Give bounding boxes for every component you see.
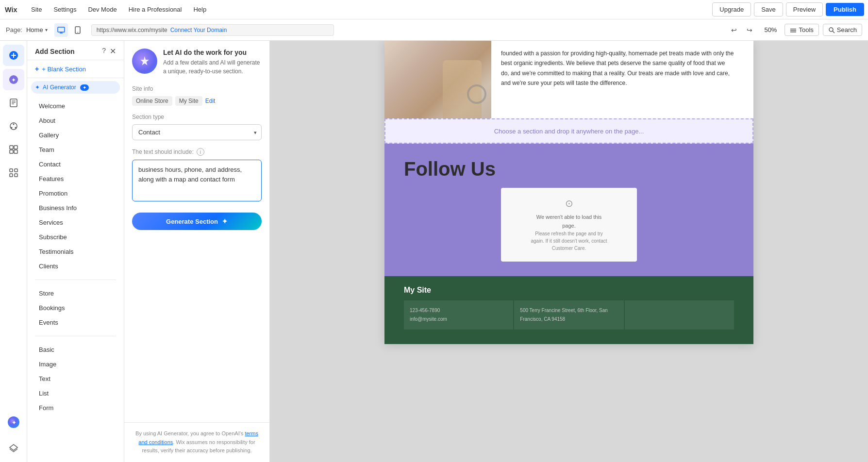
nav-site[interactable]: Site [25,0,48,19]
sidebar-item-image[interactable]: Image [31,357,120,371]
ai-hero: Let AI do the work for you Add a few det… [132,49,262,76]
close-icon[interactable]: ✕ [110,47,116,56]
design-icon[interactable] [3,116,24,137]
section-list: Welcome About Gallery Team Contact Featu… [27,97,124,276]
svg-rect-8 [790,32,796,33]
ai-assistant-icon[interactable]: ✦ [3,412,24,433]
panel-header: Add Section ? ✕ [27,41,124,60]
sidebar-item-features[interactable]: Features [31,172,120,186]
error-text: We weren't able to load this page. [530,213,608,230]
drop-zone[interactable]: Choose a section and drop it anywhere on… [384,118,753,144]
about-section: founded with a passion for providing hig… [384,41,753,118]
mobile-icon[interactable] [71,23,84,37]
tools-label: Tools [799,26,813,33]
layers-icon[interactable] [3,437,24,458]
sidebar-item-store[interactable]: Store [31,286,120,300]
footer-site-name: My Site [404,286,734,295]
side-panel: ✦ ✦ [0,41,27,462]
footer-grid: 123-456-7890 info@mysite.com 500 Terry F… [404,300,734,330]
tools-button[interactable]: Tools [785,24,818,36]
undo-button[interactable]: ↩ [727,23,741,37]
ai-hero-text: Let AI do the work for you Add a few det… [163,49,262,76]
apps-icon[interactable] [3,162,24,183]
social-widget: ⊙ We weren't able to load this page. Ple… [501,188,637,262]
sidebar-item-services[interactable]: Services [31,215,120,230]
tag-my-site: My Site [175,96,202,106]
sidebar-item-form[interactable]: Form [31,401,120,415]
svg-rect-25 [14,146,17,149]
svg-rect-6 [790,29,796,30]
upgrade-button[interactable]: Upgrade [712,2,751,16]
sidebar-item-subscribe[interactable]: Subscribe [31,230,120,244]
sidebar-item-team[interactable]: Team [31,143,120,157]
preview-button[interactable]: Preview [786,2,823,16]
sidebar-item-list[interactable]: List [31,386,120,400]
sidebar-item-welcome[interactable]: Welcome [31,99,120,113]
terms-link[interactable]: terms and conditions [138,430,258,445]
ai-footer: By using AI Generator, you agree to Open… [124,422,269,462]
publish-button[interactable]: Publish [826,3,864,16]
svg-rect-29 [15,169,17,172]
sidebar-item-basic[interactable]: Basic [31,343,120,357]
add-section-icon[interactable] [3,45,24,66]
chevron-down-icon: ▾ [45,27,48,33]
main-area: ✦ ✦ Add Section ? ✕ + [0,41,868,462]
blank-section-btn[interactable]: + + Blank Section [27,60,124,78]
add-section-panel: Add Section ? ✕ + + Blank Section ✦ AI G… [27,41,124,462]
section-type-container: Section type Contact About Gallery Team … [132,114,262,140]
sidebar-item-about[interactable]: About [31,114,120,128]
redo-button[interactable]: ↪ [743,23,756,37]
nav-help[interactable]: Help [187,0,212,19]
section-type-select[interactable]: Contact About Gallery Team Features [132,124,262,140]
svg-rect-28 [10,169,13,172]
tools-icon [790,27,797,33]
ai-tools-icon[interactable]: ✦ [3,69,24,90]
sidebar-item-events[interactable]: Events [31,315,120,330]
wix-logo[interactable]: Wix [4,0,23,19]
sidebar-item-text[interactable]: Text [31,372,120,386]
sidebar-item-bookings[interactable]: Bookings [31,301,120,315]
sidebar-item-clients[interactable]: Clients [31,259,120,273]
basic-group: Basic Image Text List Form [27,340,124,417]
svg-text:✦: ✦ [11,77,16,83]
generate-section-button[interactable]: Generate Section ✦ [132,213,262,230]
nav-dev-mode[interactable]: Dev Mode [82,0,122,19]
search-button[interactable]: Search [823,24,862,36]
follow-us-section: Follow Us ⊙ We weren't able to load this… [384,144,753,276]
sidebar-item-promotion[interactable]: Promotion [31,186,120,200]
edit-link[interactable]: Edit [205,98,216,104]
footer-cell-phone: 123-456-7890 info@mysite.com [404,300,513,330]
nav-settings[interactable]: Settings [48,0,82,19]
nav-hire-professional[interactable]: Hire a Professional [123,0,188,19]
footer-phone: 123-456-7890 [410,308,440,313]
follow-us-title: Follow Us [404,158,734,180]
help-icon[interactable]: ? [102,47,106,56]
save-button[interactable]: Save [754,2,783,16]
elements-icon[interactable] [3,139,24,160]
footer-email: info@mysite.com [410,316,447,322]
pages-icon[interactable] [3,92,24,114]
svg-rect-24 [10,146,13,149]
page-dropdown[interactable]: Home ▾ [26,26,48,33]
sidebar-item-gallery[interactable]: Gallery [31,128,120,142]
ai-generator-tab[interactable]: ✦ AI Generator ✦ [31,81,120,94]
search-label: Search [837,26,857,33]
error-circle-icon: ⊙ [565,198,573,209]
desktop-icon[interactable] [54,23,68,37]
svg-rect-31 [15,174,17,177]
svg-line-10 [833,31,835,33]
sidebar-item-business-info[interactable]: Business Info [31,201,120,215]
connect-domain-link[interactable]: Connect Your Domain [170,27,227,33]
svg-rect-16 [10,99,17,107]
text-include-input[interactable]: business hours, phone, and address, alon… [132,160,262,201]
svg-text:✦: ✦ [12,419,17,426]
footer-cell-empty [625,300,734,330]
section-type-label: Section type [132,114,262,120]
generate-label: Generate Section [166,218,218,225]
sidebar-item-testimonials[interactable]: Testimonials [31,245,120,259]
svg-point-9 [829,28,833,32]
ai-generator-panel: Let AI do the work for you Add a few det… [124,41,270,462]
tag-online-store: Online Store [132,96,172,106]
info-icon[interactable]: i [197,148,204,156]
sidebar-item-contact[interactable]: Contact [31,157,120,171]
